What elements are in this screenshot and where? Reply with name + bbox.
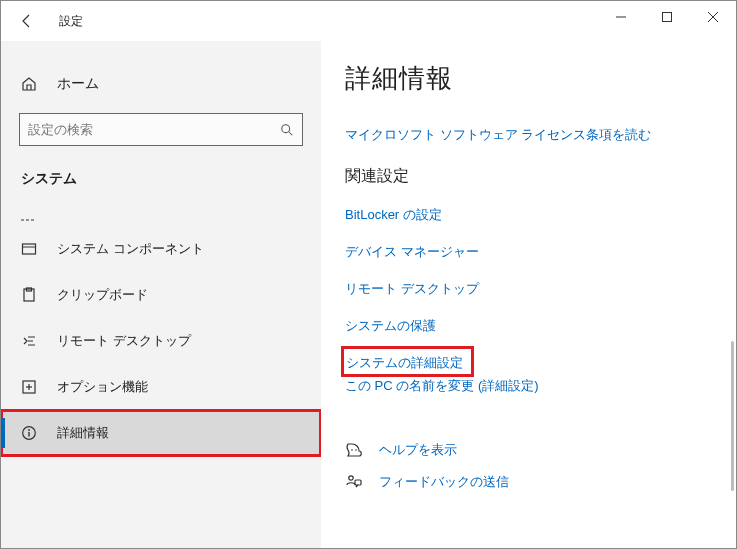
help-row[interactable]: ヘルプを表示: [345, 441, 736, 459]
link-system-protection[interactable]: システムの保護: [345, 317, 436, 335]
home-row[interactable]: ホーム: [1, 65, 321, 103]
svg-point-15: [28, 429, 30, 431]
sidebar: ホーム システム システム コンポーネント クリップボード: [1, 41, 321, 549]
scrollbar[interactable]: [726, 41, 734, 549]
remote-desktop-icon: [21, 333, 39, 349]
feedback-label: フィードバックの送信: [379, 473, 509, 491]
truncated-icon: [21, 214, 39, 222]
sidebar-item-remote-desktop[interactable]: リモート デスクトップ: [1, 318, 321, 364]
clipboard-icon: [21, 287, 39, 303]
sidebar-item-optional-features[interactable]: オプション機能: [1, 364, 321, 410]
svg-rect-1: [663, 13, 672, 22]
info-icon: [21, 425, 39, 441]
svg-point-17: [351, 449, 353, 451]
feedback-row[interactable]: フィードバックの送信: [345, 473, 736, 491]
help-icon: [345, 441, 365, 459]
home-label: ホーム: [57, 75, 99, 93]
scrollbar-thumb[interactable]: [731, 341, 734, 491]
search-icon: [280, 123, 294, 137]
feedback-icon: [345, 473, 365, 491]
home-icon: [21, 76, 39, 92]
page-title: 詳細情報: [345, 61, 736, 96]
sidebar-item-label: システム コンポーネント: [57, 240, 204, 258]
link-bitlocker[interactable]: BitLocker の設定: [345, 206, 442, 224]
link-device-manager[interactable]: デバイス マネージャー: [345, 243, 479, 261]
maximize-button[interactable]: [644, 1, 690, 33]
related-settings-heading: 関連設定: [345, 166, 736, 187]
minimize-button[interactable]: [598, 1, 644, 33]
link-rename-pc[interactable]: この PC の名前を変更 (詳細設定): [345, 377, 539, 395]
svg-point-2: [282, 124, 290, 132]
optional-features-icon: [21, 379, 39, 395]
sidebar-item-components[interactable]: システム コンポーネント: [1, 226, 321, 272]
components-icon: [21, 241, 39, 257]
search-field[interactable]: [28, 122, 280, 137]
sidebar-item-about[interactable]: 詳細情報: [1, 410, 321, 456]
title-bar: 設定: [1, 1, 736, 41]
svg-point-19: [349, 476, 353, 480]
sidebar-item-label: オプション機能: [57, 378, 148, 396]
license-link[interactable]: マイクロソフト ソフトウェア ライセンス条項を読む: [345, 126, 736, 144]
sidebar-item-label: リモート デスクトップ: [57, 332, 191, 350]
sidebar-item-clipboard[interactable]: クリップボード: [1, 272, 321, 318]
link-remote-desktop[interactable]: リモート デスクトップ: [345, 280, 479, 298]
back-arrow-icon[interactable]: [19, 13, 35, 29]
sidebar-item-truncated[interactable]: [1, 200, 321, 226]
main-content: 詳細情報 マイクロソフト ソフトウェア ライセンス条項を読む 関連設定 BitL…: [321, 41, 736, 549]
svg-point-18: [355, 449, 357, 451]
svg-rect-7: [23, 244, 36, 254]
window-title: 設定: [59, 13, 83, 30]
svg-line-3: [289, 131, 293, 135]
sidebar-item-label: 詳細情報: [57, 424, 109, 442]
help-label: ヘルプを表示: [379, 441, 457, 459]
sidebar-item-label: クリップボード: [57, 286, 148, 304]
link-advanced-system-settings[interactable]: システムの詳細設定: [346, 354, 463, 372]
svg-rect-20: [355, 480, 361, 485]
section-label: システム: [1, 162, 321, 200]
search-input[interactable]: [19, 113, 303, 146]
close-button[interactable]: [690, 1, 736, 33]
